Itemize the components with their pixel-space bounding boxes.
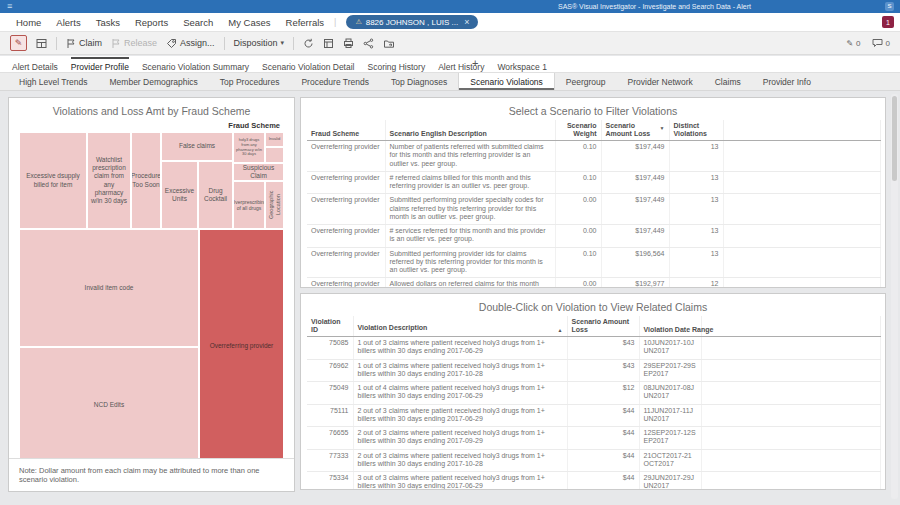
cell-violation-date-range: 08JUN2017-08JUN2017	[639, 382, 701, 405]
cell-scenario-amount-loss: $44	[567, 449, 639, 472]
notification-badge[interactable]: 1	[882, 16, 894, 28]
treemap-tile[interactable]: Geographic Location	[266, 182, 283, 228]
sort-desc-icon: ▼	[660, 126, 665, 132]
toolbar-right: ✎ 0 0	[846, 38, 890, 48]
column-header-violation-id[interactable]: Violation ID	[307, 316, 353, 337]
table-row[interactable]: Overreferring provider # referred claims…	[307, 171, 881, 194]
menu-item[interactable]: Referrals	[286, 17, 325, 28]
primary-tab[interactable]: Scenario Violation Detail	[262, 57, 354, 72]
menu-item[interactable]: Home	[16, 17, 41, 28]
primary-tab[interactable]: Scenario Violation Summary	[142, 57, 249, 72]
column-header-violation-description[interactable]: ▲ Violation Description	[353, 316, 567, 337]
secondary-tab[interactable]: Provider Info	[752, 73, 822, 90]
column-header-violation-date-range[interactable]: Violation Date Range	[639, 316, 701, 337]
table-row[interactable]: Overreferring provider Allowed dollars o…	[307, 278, 881, 288]
table-row[interactable]: 77333 2 out of 3 claims where patient re…	[307, 449, 881, 472]
secondary-tab[interactable]: Peergroup	[555, 73, 617, 90]
column-header-weight[interactable]: Scenario Weight	[555, 120, 601, 141]
print-icon[interactable]	[343, 38, 354, 49]
column-header-fraud-scheme[interactable]: Fraud Scheme	[307, 120, 385, 141]
primary-tab[interactable]: Provider Profile	[71, 57, 129, 72]
user-chip[interactable]: S	[885, 2, 894, 11]
menu-item[interactable]: Alerts	[56, 17, 80, 28]
secondary-tab[interactable]: Top Diagnoses	[380, 73, 458, 90]
cell-violation-id: 75111	[307, 404, 353, 427]
primary-tab[interactable]: Workspace 1	[497, 57, 546, 72]
chevron-down-icon: ▾	[281, 39, 285, 47]
secondary-tab[interactable]: Scenario Violations	[458, 73, 555, 90]
menu-item[interactable]: Tasks	[96, 17, 120, 28]
report-icon[interactable]	[323, 38, 334, 49]
treemap-tile[interactable]: Drug Cocktail	[199, 162, 232, 228]
cell-fraud-scheme: Overreferring provider	[307, 278, 385, 288]
table-row[interactable]: 76655 2 out of 3 claims where patient re…	[307, 427, 881, 450]
menu-item[interactable]: Search	[183, 17, 213, 28]
column-header-amount-loss[interactable]: ▼ Scenario Amount Loss	[601, 120, 669, 141]
cell-amount-loss: $196,564	[601, 247, 669, 278]
table-row[interactable]: Overreferring provider # services referr…	[307, 225, 881, 248]
treemap-tile[interactable]: Invalid item code	[20, 230, 198, 346]
treemap-tile[interactable]: Excessive Units	[162, 162, 197, 228]
treemap-tile[interactable]: Suspicious Claim	[234, 164, 283, 180]
add-tab-button[interactable]: +	[470, 57, 478, 69]
table-row[interactable]: Overreferring provider Submitted perform…	[307, 247, 881, 278]
table-row[interactable]: 75334 3 out of 3 claims where patient re…	[307, 472, 881, 490]
secondary-tab[interactable]: Provider Network	[617, 73, 704, 90]
treemap-tile[interactable]: Overreferring provider	[200, 230, 283, 463]
cell-scenario-amount-loss: $12	[567, 382, 639, 405]
table-row[interactable]: 75049 1 out of 4 claims where patient re…	[307, 382, 881, 405]
hamburger-menu-icon[interactable]: ≡	[7, 0, 12, 13]
treemap-tile[interactable]: Excessive dsupply billed for item	[20, 133, 86, 228]
primary-tab[interactable]: Alert Details	[12, 57, 58, 72]
secondary-tab[interactable]: Member Demographics	[99, 73, 209, 90]
violations-table-title: Double-Click on Violation to View Relate…	[301, 294, 885, 313]
treemap-tile[interactable]: Overprescribing of all drugs	[234, 182, 264, 228]
treemap-legend-label: Fraud Scheme	[9, 117, 294, 133]
column-header-filler	[723, 120, 881, 141]
column-header-description[interactable]: Scenario English Description	[385, 120, 555, 141]
scrollbar-thumb[interactable]	[892, 96, 897, 181]
share-icon[interactable]	[363, 38, 374, 49]
secondary-tab[interactable]: Claims	[704, 73, 752, 90]
treemap-note: Note: Dollar amount from each claim may …	[9, 458, 294, 491]
column-header-distinct-violations[interactable]: Distinct Violations	[669, 120, 723, 141]
refresh-icon[interactable]	[303, 38, 314, 49]
open-alert-tab[interactable]: ⚠ 8826 JOHNSON , LUIS ... ×	[346, 15, 478, 29]
vertical-scrollbar[interactable]	[891, 94, 898, 499]
table-row[interactable]: 75085 1 out of 3 claims where patient re…	[307, 337, 881, 360]
edit-pencil-button[interactable]: ✎	[10, 35, 27, 51]
layout-grid-icon[interactable]	[36, 38, 47, 49]
menu-item[interactable]: My Cases	[228, 17, 270, 28]
secondary-tab[interactable]: Procedure Trends	[290, 73, 380, 90]
cell-violation-id: 75049	[307, 382, 353, 405]
table-row[interactable]: Overreferring provider Submitted perform…	[307, 194, 881, 225]
treemap-tile[interactable]: Procedure Too Soon	[132, 133, 160, 228]
treemap-tile[interactable]	[266, 148, 283, 162]
edit-count[interactable]: ✎ 0	[846, 39, 860, 48]
column-header-scenario-amount-loss[interactable]: Scenario Amount Loss	[567, 316, 639, 337]
close-icon[interactable]: ×	[464, 17, 469, 27]
treemap-tile[interactable]: holy3 drugs from any pharmacy w/in 30 da…	[234, 133, 264, 162]
claim-button[interactable]: Claim	[66, 38, 102, 49]
primary-tab[interactable]: Scoring History	[368, 57, 426, 72]
table-row[interactable]: Overreferring provider Number of patient…	[307, 141, 881, 172]
cell-description: # services referred for this month and t…	[385, 225, 555, 248]
cell-weight: 0.10	[555, 171, 601, 194]
treemap-tile[interactable]: False claims	[162, 133, 232, 160]
table-row[interactable]: 76962 1 out of 3 claims where patient re…	[307, 359, 881, 382]
cell-filler	[701, 427, 881, 450]
secondary-tab[interactable]: High Level Trends	[8, 73, 99, 90]
secondary-tabs: High Level Trends Member Demographics To…	[0, 72, 900, 91]
cell-filler	[701, 449, 881, 472]
cell-distinct-violations: 13	[669, 247, 723, 278]
comment-count[interactable]: 0	[872, 38, 890, 48]
secondary-tab[interactable]: Top Procedures	[209, 73, 291, 90]
disposition-dropdown[interactable]: Disposition ▾	[234, 38, 285, 48]
treemap-tile[interactable]: NCD Edits	[20, 348, 198, 463]
treemap-tile[interactable]: Watchlist prescription claim from any ph…	[88, 133, 130, 228]
assign-button[interactable]: Assign...	[166, 38, 215, 49]
export-icon[interactable]	[383, 38, 395, 49]
menu-item[interactable]: Reports	[135, 17, 168, 28]
treemap-tile[interactable]: Invalid	[266, 133, 283, 146]
table-row[interactable]: 75111 2 out of 3 claims where patient re…	[307, 404, 881, 427]
